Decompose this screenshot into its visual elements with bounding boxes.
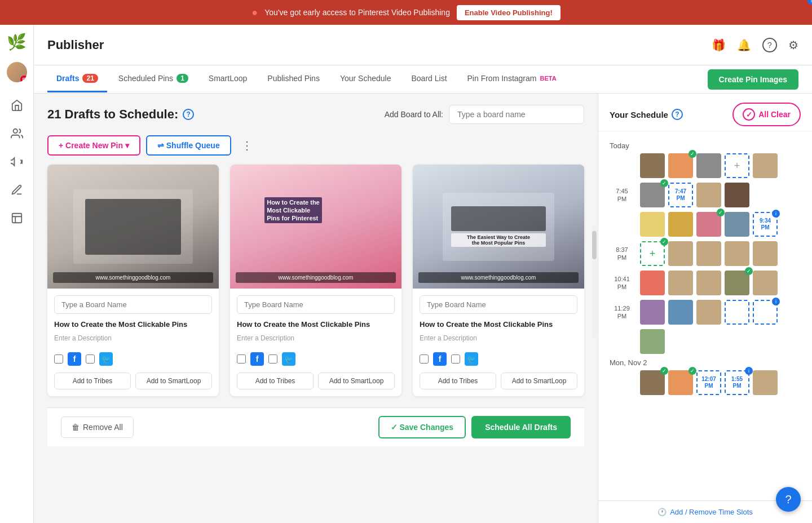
tab-pin-from-instagram[interactable]: Pin From Instagram BETA — [458, 66, 566, 92]
pin-2-add-tribes-btn[interactable]: Add to Tribes — [237, 373, 314, 389]
schedule-scroll[interactable]: Today ✓ + 7: — [598, 131, 812, 500]
sched-thumb-5b — [668, 271, 693, 295]
sidebar-item-people[interactable] — [3, 121, 31, 147]
sidebar-item-edit[interactable] — [3, 177, 31, 203]
gift-icon[interactable]: 🎁 — [712, 38, 726, 52]
all-clear-check-icon: ✓ — [743, 108, 755, 121]
sched-thumb-1c — [696, 153, 721, 178]
pin-3-twitter-icon[interactable]: 🐦 — [465, 352, 478, 366]
pin-3-twitter-check[interactable] — [451, 354, 460, 364]
mon-nov-label: Mon, Nov 2 — [607, 358, 803, 367]
tab-scheduled-pins-label: Scheduled Pins — [118, 74, 173, 83]
pin-description-1: Enter a Description — [54, 334, 212, 345]
pin-3-add-smartloop-btn[interactable]: Add to SmartLoop — [501, 373, 577, 389]
tab-smartloop-label: SmartLoop — [209, 74, 247, 83]
create-new-pin-button[interactable]: + Create New Pin ▾ — [47, 135, 140, 156]
pin-2-add-smartloop-btn[interactable]: Add to SmartLoop — [318, 373, 395, 389]
sidebar-item-home[interactable] — [3, 92, 31, 118]
time-slot-4: 8:37PM — [607, 246, 637, 262]
drafts-help-icon[interactable]: ? — [183, 109, 194, 120]
pin-actions-1: Add to Tribes Add to SmartLoop — [54, 373, 212, 389]
pin-3-facebook-icon[interactable]: f — [433, 352, 447, 366]
sched-thumb-4d — [725, 241, 749, 266]
schedule-help-icon[interactable]: ? — [672, 109, 683, 120]
board-name-input-3[interactable] — [420, 295, 577, 314]
pin-1-facebook-icon[interactable]: f — [68, 352, 81, 366]
help-icon[interactable]: ? — [762, 38, 777, 52]
schedule-row-2: 7:45PM ✓ 7:47PM i — [607, 183, 803, 207]
pin-1-twitter-check[interactable] — [86, 354, 95, 364]
tab-published-pins-label: Published Pins — [267, 74, 320, 83]
pin-2-checkbox[interactable] — [237, 354, 246, 364]
tab-scheduled-pins[interactable]: Scheduled Pins 1 — [109, 66, 197, 92]
add-board-label: Add Board to All: — [385, 110, 443, 119]
add-board-input[interactable] — [449, 105, 584, 124]
pin-social-1: f 🐦 — [54, 352, 212, 366]
tab-board-list[interactable]: Board List — [402, 66, 456, 92]
board-name-input-2[interactable] — [237, 295, 395, 314]
tab-drafts-badge: 21 — [82, 74, 98, 83]
tab-board-list-label: Board List — [411, 74, 447, 83]
time-slot-5: 10:41PM — [607, 275, 637, 291]
schedule-header: Your Schedule ? ✓ All Clear — [598, 94, 812, 131]
sched-thumb-4e — [753, 241, 778, 266]
sched-thumb-4c — [696, 241, 721, 266]
pin-1-add-tribes-btn[interactable]: Add to Tribes — [54, 373, 131, 389]
all-clear-button[interactable]: ✓ All Clear — [732, 103, 801, 126]
logo-leaf-icon: 🌿 — [7, 33, 27, 51]
sched-thumb-6c — [696, 300, 721, 325]
svg-rect-1 — [12, 214, 21, 223]
schedule-row-3: ✓ 9:34PM i — [607, 212, 803, 237]
sched-thumb-5a — [640, 271, 665, 295]
schedule-all-drafts-button[interactable]: Schedule All Drafts — [471, 416, 571, 438]
help-bubble[interactable]: ? — [776, 487, 801, 512]
sched-thumb-6a — [640, 300, 665, 325]
sched-thumb-2a — [640, 183, 665, 207]
pin-1-add-smartloop-btn[interactable]: Add to SmartLoop — [135, 373, 212, 389]
bell-icon[interactable]: 🔔 — [737, 38, 751, 52]
top-actions-row: + Create New Pin ▾ ⇌ Shuffle Queue ⋮ — [47, 135, 584, 156]
pin-image-3: The Easiest Way to Createthe Most Popula… — [413, 165, 584, 289]
more-options-button[interactable]: ⋮ — [237, 136, 257, 154]
save-changes-button[interactable]: ✓ Save Changes — [378, 416, 466, 438]
pin-card-2-body: How to Create the Most Clickable Pins En… — [230, 289, 401, 396]
sidebar-item-megaphone[interactable] — [3, 149, 31, 175]
shuffle-queue-button[interactable]: ⇌ Shuffle Queue — [146, 135, 231, 156]
tab-scheduled-pins-badge: 1 — [176, 74, 188, 83]
remove-all-button[interactable]: 🗑 Remove All — [61, 416, 134, 438]
settings-icon[interactable]: ⚙ — [788, 38, 798, 52]
sched-thumb-6e: i — [753, 300, 778, 325]
enable-video-btn[interactable]: Enable Video Publishing! — [457, 5, 561, 20]
pin-card-2: How to Create theMost ClickablePins for … — [230, 165, 401, 396]
sched-thumb-1b — [668, 153, 693, 178]
tabs-bar: Drafts 21 Scheduled Pins 1 SmartLoop Pub… — [34, 65, 812, 94]
sidebar-item-chart[interactable] — [3, 205, 31, 231]
pin-3-add-tribes-btn[interactable]: Add to Tribes — [420, 373, 496, 389]
tab-smartloop[interactable]: SmartLoop — [200, 66, 256, 92]
tab-published-pins[interactable]: Published Pins — [258, 66, 329, 92]
pin-actions-3: Add to Tribes Add to SmartLoop — [420, 373, 577, 389]
add-remove-time-slots-button[interactable]: 🕐 Add / Remove Time Slots — [657, 508, 753, 516]
tab-drafts-label: Drafts — [56, 74, 79, 83]
schedule-row-7 — [607, 329, 803, 354]
pin-2-twitter-icon[interactable]: 🐦 — [282, 352, 295, 366]
pin-card-1-body: How to Create the Most Clickable Pins En… — [47, 289, 219, 396]
clock-icon: 🕐 — [657, 508, 667, 516]
create-pin-images-button[interactable]: Create Pin Images — [708, 69, 798, 90]
trash-icon: 🗑 — [72, 423, 80, 432]
tab-drafts[interactable]: Drafts 21 — [47, 66, 107, 92]
pin-1-checkbox[interactable] — [54, 354, 63, 364]
tab-your-schedule[interactable]: Your Schedule — [331, 66, 400, 92]
app-layout: 🌿 P Publisher 🎁 🔔 ? — [0, 25, 812, 523]
main-content: 21 Drafts to Schedule: ? Add Board to Al… — [34, 94, 812, 523]
drafts-header: 21 Drafts to Schedule: ? Add Board to Al… — [47, 105, 584, 124]
board-name-input-1[interactable] — [54, 295, 212, 314]
pin-3-checkbox[interactable] — [420, 354, 429, 364]
user-avatar[interactable]: P — [7, 62, 27, 82]
pin-title-1: How to Create the Most Clickable Pins — [54, 320, 212, 330]
pin-1-twitter-icon[interactable]: 🐦 — [99, 352, 113, 366]
sched-thumb-2c — [696, 183, 721, 207]
sched-thumb-mon-1e — [753, 370, 778, 395]
pin-2-twitter-check[interactable] — [268, 354, 277, 364]
pin-2-facebook-icon[interactable]: f — [250, 352, 264, 366]
